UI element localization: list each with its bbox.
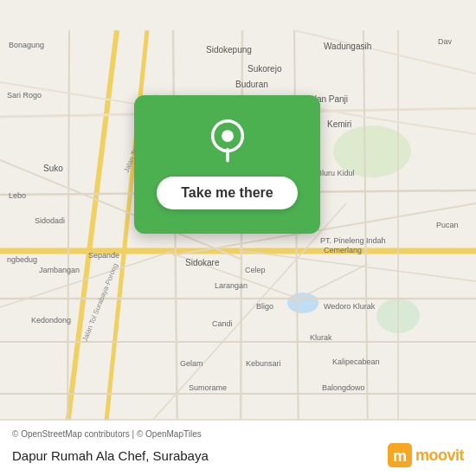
map-container: Sidokepung Sukorejo Buduran Wadungasih S… <box>0 0 476 476</box>
svg-text:Sukorejo: Sukorejo <box>248 64 282 74</box>
take-me-there-button[interactable]: Take me there <box>157 177 297 209</box>
svg-text:Larangan: Larangan <box>215 281 248 290</box>
svg-text:Bluru Kidul: Bluru Kidul <box>317 169 355 177</box>
svg-text:Pucan: Pucan <box>436 221 459 229</box>
svg-text:Klurak: Klurak <box>310 333 332 342</box>
moovit-logo: m moovit <box>388 443 464 467</box>
place-info: Dapur Rumah Ala Chef, Surabaya m moovit <box>12 443 464 467</box>
svg-text:Sidokepung: Sidokepung <box>206 45 252 55</box>
svg-text:Celep: Celep <box>245 266 266 274</box>
svg-point-69 <box>222 130 234 142</box>
svg-text:Sidodadi: Sidodadi <box>35 216 65 225</box>
svg-text:Kedondong: Kedondong <box>31 316 71 325</box>
map-attribution: © OpenStreetMap contributors | © OpenMap… <box>12 429 464 439</box>
moovit-text: moovit <box>415 447 464 465</box>
svg-text:Gelam: Gelam <box>180 359 203 368</box>
svg-text:m: m <box>393 447 407 465</box>
svg-text:Kemiri: Kemiri <box>327 119 351 129</box>
svg-text:Lebo: Lebo <box>9 191 26 200</box>
place-name: Dapur Rumah Ala Chef, Surabaya <box>12 448 209 463</box>
svg-text:Cemerlang: Cemerlang <box>324 246 362 254</box>
svg-text:Wadungasih: Wadungasih <box>324 42 371 51</box>
svg-text:Sumorame: Sumorame <box>189 383 227 392</box>
map-svg: Sidokepung Sukorejo Buduran Wadungasih S… <box>0 0 476 476</box>
svg-text:PT. Pineleng Indah: PT. Pineleng Indah <box>320 236 386 245</box>
svg-text:Candi: Candi <box>212 319 233 328</box>
svg-text:Wedoro Klurak: Wedoro Klurak <box>324 302 376 311</box>
svg-text:Kalipecabean: Kalipecabean <box>332 357 380 366</box>
svg-text:Bonagung: Bonagung <box>9 41 44 49</box>
svg-text:Buduran: Buduran <box>235 80 268 89</box>
svg-text:Suko: Suko <box>43 164 63 173</box>
svg-text:Sari Rogo: Sari Rogo <box>7 91 42 100</box>
moovit-brand-icon: m <box>388 443 412 467</box>
location-pin-icon <box>205 119 250 164</box>
svg-text:Bligo: Bligo <box>256 302 273 311</box>
svg-text:Jambangan: Jambangan <box>39 266 80 274</box>
svg-text:Sidokare: Sidokare <box>185 258 220 267</box>
svg-text:ngbedug: ngbedug <box>7 255 37 264</box>
svg-text:Kebunsari: Kebunsari <box>246 359 281 368</box>
svg-text:Balongdowo: Balongdowo <box>322 383 365 392</box>
bottom-bar: © OpenStreetMap contributors | © OpenMap… <box>0 420 476 476</box>
location-card: Take me there <box>134 95 320 234</box>
svg-text:Dav: Dav <box>438 37 453 46</box>
svg-text:Sepande: Sepande <box>88 251 119 260</box>
